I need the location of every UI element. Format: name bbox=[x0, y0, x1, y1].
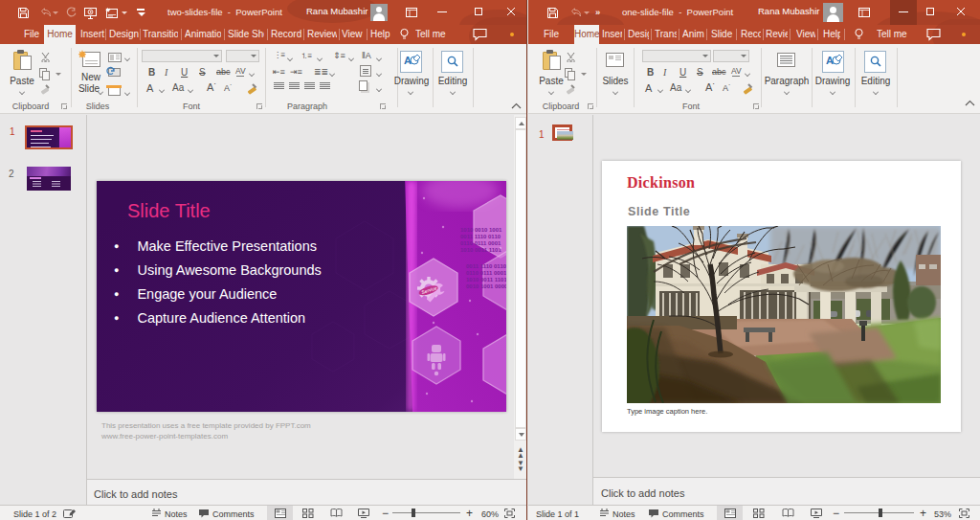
svg-text:1010 0011 1101: 1010 0011 1101 bbox=[460, 247, 501, 253]
svg-text:0011 1110 0110: 0011 1110 0110 bbox=[466, 263, 506, 269]
svg-text:0110 0111 0001: 0110 0111 0001 bbox=[466, 270, 506, 276]
svg-text:0011 1110 0110: 0011 1110 0110 bbox=[460, 234, 501, 239]
svg-text:0110 0111 0001: 0110 0111 0001 bbox=[460, 240, 501, 246]
svg-text:0010 1001 0000: 0010 1001 0000 bbox=[466, 283, 506, 289]
svg-text:1010 0011 1101: 1010 0011 1101 bbox=[466, 277, 506, 283]
svg-text:1010 0010 1001: 1010 0010 1001 bbox=[460, 227, 502, 233]
